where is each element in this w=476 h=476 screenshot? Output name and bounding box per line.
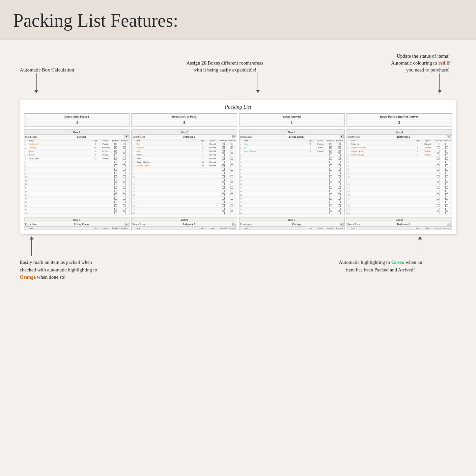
arrived-checkbox-cell[interactable]: [228, 193, 236, 196]
arrived-checkbox-cell[interactable]: [120, 182, 128, 185]
packed-checkbox-cell[interactable]: [219, 208, 228, 210]
packed-checkbox[interactable]: [114, 161, 117, 163]
packed-checkbox-cell[interactable]: [326, 175, 335, 178]
arrived-checkbox-cell[interactable]: [228, 211, 236, 214]
packed-checkbox[interactable]: [114, 175, 117, 178]
packed-checkbox[interactable]: [437, 186, 439, 189]
packed-checkbox-cell[interactable]: [111, 150, 120, 153]
arrived-checkbox-cell[interactable]: [442, 179, 451, 182]
arrived-checkbox-cell[interactable]: [335, 204, 344, 207]
arrived-checkbox[interactable]: [445, 168, 448, 171]
arrived-checkbox[interactable]: [338, 190, 341, 192]
arrived-checkbox-cell[interactable]: [228, 172, 236, 174]
arrived-checkbox-cell[interactable]: [120, 190, 128, 192]
arrived-checkbox[interactable]: [338, 143, 341, 145]
packed-checkbox-cell[interactable]: [434, 179, 442, 182]
packed-checkbox[interactable]: [437, 175, 439, 178]
arrived-checkbox-cell[interactable]: [442, 172, 451, 174]
packed-checkbox[interactable]: [329, 208, 332, 210]
packed-checkbox[interactable]: [329, 146, 332, 149]
packed-checkbox[interactable]: [114, 190, 117, 192]
packed-checkbox-cell[interactable]: [326, 143, 335, 145]
packed-checkbox[interactable]: [329, 154, 332, 156]
packed-checkbox-cell[interactable]: [326, 168, 335, 171]
packed-checkbox[interactable]: [222, 157, 225, 160]
arrived-checkbox[interactable]: [338, 204, 341, 207]
packed-checkbox[interactable]: [329, 193, 332, 196]
packed-checkbox-cell[interactable]: [434, 193, 442, 196]
arrived-checkbox[interactable]: [445, 208, 448, 210]
packed-checkbox[interactable]: [114, 211, 117, 214]
packed-checkbox[interactable]: [329, 172, 332, 174]
packed-checkbox[interactable]: [437, 190, 439, 192]
packed-checkbox-cell[interactable]: [434, 190, 442, 192]
packed-checkbox[interactable]: [437, 164, 439, 167]
packed-checkbox-cell[interactable]: [434, 157, 442, 160]
arrived-checkbox[interactable]: [231, 154, 233, 156]
arrived-checkbox-cell[interactable]: [335, 208, 344, 210]
arrived-checkbox[interactable]: [445, 193, 448, 196]
packed-checkbox[interactable]: [222, 175, 225, 178]
arrived-checkbox[interactable]: [338, 172, 341, 174]
arrived-checkbox[interactable]: [231, 164, 233, 167]
packed-checkbox[interactable]: [222, 197, 225, 200]
packed-checkbox-cell[interactable]: [326, 182, 335, 185]
packed-checkbox[interactable]: [222, 204, 225, 207]
arrived-checkbox[interactable]: [231, 204, 233, 207]
packed-checkbox[interactable]: [114, 146, 117, 149]
arrived-checkbox[interactable]: [338, 208, 341, 210]
packed-checkbox[interactable]: [329, 164, 332, 167]
packed-checkbox-cell[interactable]: [434, 208, 442, 210]
packed-checkbox[interactable]: [437, 208, 439, 210]
arrived-checkbox[interactable]: [338, 150, 341, 153]
arrived-checkbox-cell[interactable]: [442, 161, 451, 163]
packed-checkbox-cell[interactable]: [111, 146, 120, 149]
arrived-checkbox[interactable]: [231, 190, 233, 192]
packed-checkbox-cell[interactable]: [219, 161, 228, 163]
packed-checkbox[interactable]: [114, 204, 117, 207]
packed-checkbox[interactable]: [329, 204, 332, 207]
arrived-checkbox-cell[interactable]: [442, 190, 451, 192]
packed-checkbox[interactable]: [437, 179, 439, 182]
arrived-checkbox[interactable]: [123, 172, 126, 174]
arrived-checkbox[interactable]: [231, 201, 233, 203]
packed-checkbox[interactable]: [329, 186, 332, 189]
packed-checkbox[interactable]: [222, 161, 225, 163]
arrived-checkbox[interactable]: [338, 154, 341, 156]
packed-checkbox-cell[interactable]: [434, 172, 442, 174]
arrived-checkbox-cell[interactable]: [228, 197, 236, 200]
arrived-checkbox[interactable]: [123, 175, 126, 178]
packed-checkbox-cell[interactable]: [219, 211, 228, 214]
arrived-checkbox[interactable]: [123, 150, 126, 153]
arrived-checkbox[interactable]: [338, 168, 341, 171]
arrived-checkbox-cell[interactable]: [120, 150, 128, 153]
arrived-checkbox-cell[interactable]: [120, 211, 128, 214]
packed-checkbox-cell[interactable]: [219, 204, 228, 207]
packed-checkbox-cell[interactable]: [111, 164, 120, 167]
arrived-checkbox-cell[interactable]: [228, 186, 236, 189]
arrived-checkbox-cell[interactable]: [228, 168, 236, 171]
arrived-checkbox[interactable]: [123, 179, 126, 182]
packed-checkbox[interactable]: [437, 201, 439, 203]
packed-checkbox[interactable]: [437, 146, 439, 149]
arrived-checkbox[interactable]: [231, 193, 233, 196]
arrived-checkbox-cell[interactable]: [335, 146, 344, 149]
arrived-checkbox-cell[interactable]: [442, 150, 451, 153]
packed-checkbox-cell[interactable]: [219, 193, 228, 196]
packed-checkbox[interactable]: [437, 197, 439, 200]
arrived-checkbox-cell[interactable]: [228, 190, 236, 192]
arrived-checkbox-cell[interactable]: [228, 143, 236, 145]
packed-checkbox[interactable]: [114, 208, 117, 210]
packed-checkbox[interactable]: [222, 172, 225, 174]
arrived-checkbox-cell[interactable]: [442, 208, 451, 210]
arrived-checkbox[interactable]: [445, 146, 448, 149]
packed-checkbox-cell[interactable]: [326, 179, 335, 182]
packed-checkbox-cell[interactable]: [219, 172, 228, 174]
arrived-checkbox-cell[interactable]: [442, 175, 451, 178]
arrived-checkbox-cell[interactable]: [120, 179, 128, 182]
arrived-checkbox-cell[interactable]: [335, 175, 344, 178]
packed-checkbox-cell[interactable]: [111, 168, 120, 171]
packed-checkbox-cell[interactable]: [434, 182, 442, 185]
packed-checkbox[interactable]: [222, 143, 225, 145]
arrived-checkbox[interactable]: [231, 161, 233, 163]
